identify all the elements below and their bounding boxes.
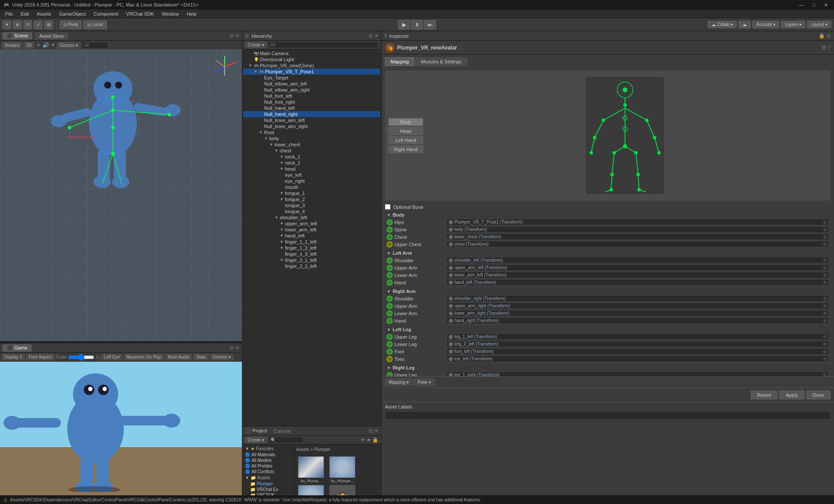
scene-maximize-icon[interactable]: ⊡: [230, 33, 234, 39]
tree-item-directional-light[interactable]: 💡 Directional Light: [243, 56, 380, 63]
body-btn-left-hand[interactable]: Left Hand: [388, 136, 423, 144]
tree-item-lower-chest[interactable]: ▼ lower_chest: [243, 142, 380, 148]
rotate-tool[interactable]: ↺: [23, 20, 32, 29]
inspector-tab[interactable]: Inspector: [389, 33, 409, 39]
project-eye-icon[interactable]: 👁: [361, 437, 365, 443]
right-shoulder-value[interactable]: shoulder_right (Transform) ⊙: [447, 295, 829, 302]
tree-item-mouth[interactable]: mouth: [243, 184, 380, 190]
asset-bs-plumpe-2[interactable]: bs_Plumpe...: [328, 456, 357, 483]
spine-link[interactable]: ⊙: [823, 227, 827, 232]
display-dropdown[interactable]: Display 1: [2, 354, 25, 360]
right-lower-arm-value[interactable]: lower_arm_right (Transform) ⊙: [447, 310, 829, 316]
console-tab2[interactable]: Console: [273, 428, 291, 434]
maximize-button[interactable]: □: [810, 2, 818, 8]
scene-audio-icon[interactable]: 🔊: [43, 42, 49, 48]
tree-item-null-hand-left[interactable]: Null_hand_left: [243, 105, 380, 111]
minimize-button[interactable]: —: [796, 2, 806, 8]
inspector-help-icon[interactable]: ?: [828, 45, 831, 50]
tree-item-root[interactable]: ▼ Root: [243, 129, 380, 135]
tree-item-main-camera[interactable]: 📷 Main Camera: [243, 50, 380, 56]
tree-item-neck2[interactable]: ▼ neck_2: [243, 160, 380, 166]
done-button[interactable]: Done: [806, 391, 831, 399]
upper-chest-value[interactable]: chest (Transform) ⊙: [447, 241, 829, 247]
project-close[interactable]: ✕: [374, 428, 378, 434]
optional-bone-checkbox[interactable]: [385, 204, 391, 210]
left-upper-leg-value[interactable]: leg_1_left (Transform) ⊙: [447, 333, 829, 340]
hand-tool[interactable]: ✦: [3, 20, 11, 29]
tree-item-null-elbow-right[interactable]: Null_elbow_aim_right: [243, 87, 380, 93]
tree-item-tongue3[interactable]: tongue_3: [243, 202, 380, 208]
menu-help[interactable]: Help: [183, 11, 200, 17]
scale-tool[interactable]: ⤢: [34, 20, 43, 29]
pivot-button[interactable]: ⊙ Pivot: [60, 20, 82, 29]
hierarchy-close[interactable]: ✕: [374, 33, 378, 39]
project-create-btn[interactable]: Create ▾: [245, 437, 267, 443]
pause-button[interactable]: ⏸: [411, 20, 423, 30]
game-canvas[interactable]: [0, 362, 242, 504]
right-upper-leg-value[interactable]: leg_1_right (Transform) ⊙: [447, 372, 829, 376]
scene-canvas[interactable]: lower_arm_left Persp X Y Z: [0, 49, 242, 341]
tree-item-null-knee-left[interactable]: Null_knee_aim_left: [243, 117, 380, 123]
menu-window[interactable]: Window: [159, 11, 182, 17]
body-btn-head[interactable]: Head: [388, 127, 423, 135]
maximize-on-play-btn[interactable]: Maximize On Play: [124, 354, 164, 360]
aspect-dropdown[interactable]: Free Aspect: [26, 354, 54, 360]
tree-item-shoulder-left[interactable]: ▼ shoulder_left: [243, 214, 380, 221]
tree-item-lower-arm-left[interactable]: ▼ lower_arm_left: [243, 227, 380, 233]
left-lower-leg-value[interactable]: lefg_2_left (Transform) ⊙: [447, 341, 829, 347]
body-btn-right-hand[interactable]: Right Hand: [388, 145, 423, 153]
left-toes-value[interactable]: toe_left (Transform) ⊙: [447, 356, 829, 362]
hips-link[interactable]: ⊙: [823, 220, 827, 224]
project-lock-icon[interactable]: 🔒: [372, 437, 378, 443]
hierarchy-tab[interactable]: Hierarchy: [252, 33, 272, 39]
mapping-tab[interactable]: Mapping: [385, 57, 414, 66]
menu-component[interactable]: Component: [90, 11, 122, 17]
hierarchy-maximize[interactable]: ⊡: [369, 33, 373, 39]
move-tool[interactable]: ⊕: [13, 20, 22, 29]
layers-button[interactable]: Layers ▾: [781, 21, 805, 28]
muscles-settings-tab[interactable]: Muscles & Settings: [415, 57, 467, 66]
tree-item-upper-arm-left[interactable]: ▼ upper_arm_left: [243, 221, 380, 227]
tree-item-null-foot-right[interactable]: Null_foot_right: [243, 99, 380, 105]
pose-bottom-tab[interactable]: Pose ▾: [414, 379, 435, 386]
tree-item-hand-left[interactable]: ▼ hand_left: [243, 233, 380, 239]
asset-store-tab[interactable]: Asset Store: [35, 33, 68, 40]
hierarchy-create-btn[interactable]: Create ▾: [245, 42, 267, 48]
game-gizmos-btn[interactable]: Gizmos ▾: [210, 354, 233, 360]
menu-gameobject[interactable]: GameObject: [56, 11, 89, 17]
spine-value[interactable]: belly (Transform) ⊙: [447, 226, 829, 233]
vrchat-ex-folder[interactable]: 📁VRChat Ex: [243, 487, 293, 492]
mapping-bottom-tab[interactable]: Mapping ▾: [385, 379, 413, 386]
inspector-maximize[interactable]: ⊡: [827, 33, 831, 39]
tree-item-finger-2-1-left[interactable]: ▼ finger_2_1_left: [243, 257, 380, 263]
tree-item-plumper-clone[interactable]: ▼ 🎮 Plumper_VR_new(Clone): [243, 63, 380, 69]
chest-link[interactable]: ⊙: [823, 234, 827, 239]
stats-btn[interactable]: Stats: [193, 354, 208, 360]
favorites-folder[interactable]: ▼ ★ Favorites: [243, 445, 293, 452]
apply-button[interactable]: Apply: [779, 391, 804, 399]
tree-item-null-elbow-left[interactable]: Null_elbow_aim_left: [243, 81, 380, 87]
tree-item-head[interactable]: ▼ head: [243, 166, 380, 172]
left-eye-btn[interactable]: Left Eye: [101, 354, 122, 360]
body-btn-body[interactable]: Body: [388, 118, 423, 126]
project-maximize[interactable]: ⊡: [369, 428, 373, 434]
scene-tab[interactable]: ⬛ Scene: [3, 32, 32, 40]
scene-light-icon[interactable]: ☀: [36, 42, 41, 48]
menu-edit[interactable]: Edit: [17, 11, 33, 17]
tree-item-tongue4[interactable]: tongue_4: [243, 208, 380, 214]
tree-item-belly[interactable]: ▼ belly: [243, 135, 380, 142]
tree-item-finger-1-2-left[interactable]: ▼ finger_1_2_left: [243, 245, 380, 251]
inspector-settings-icon[interactable]: ⚙: [822, 45, 826, 50]
all-conflicts-folder[interactable]: 🔵All Conflicts: [243, 469, 293, 474]
tree-item-finger-2-2-left[interactable]: finger_2_2_left: [243, 263, 380, 269]
hips-value[interactable]: Plumper_VR_T_Pose1 (Transform) ⊙: [447, 219, 829, 225]
menu-vrchat-sdk[interactable]: VRChat SDK: [122, 11, 157, 17]
scene-fx-icon[interactable]: ✦: [51, 42, 55, 48]
console-tab[interactable]: ⬛ Project: [245, 428, 267, 434]
left-lower-arm-value[interactable]: lower_arm_left (Transform) ⊙: [447, 272, 829, 278]
play-button[interactable]: ▶: [398, 20, 410, 30]
mute-audio-btn[interactable]: Mute Audio: [165, 354, 192, 360]
chest-value[interactable]: lower_chest (Transform) ⊙: [447, 234, 829, 240]
tree-item-finger-1-1-left[interactable]: ▼ finger_1_1_left: [243, 239, 380, 245]
asset-bs-plumpe-1[interactable]: bs_Plume...: [296, 456, 326, 483]
